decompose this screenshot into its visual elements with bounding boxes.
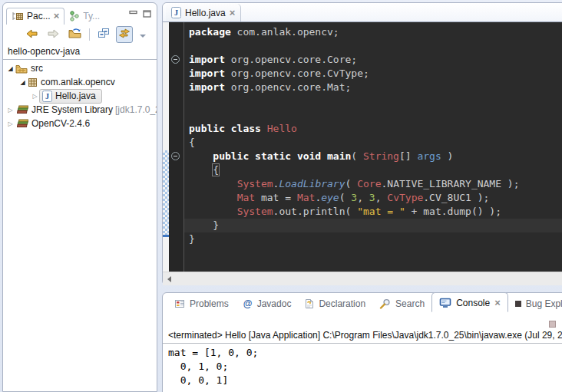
maximize-icon[interactable] [143,7,151,21]
tree-item-label: OpenCV-2.4.6 [31,118,92,129]
tree-item-com-anlak-opencv[interactable]: ◢com.anlak.opencv [3,75,157,89]
horizontal-scrollbar[interactable] [163,272,562,285]
code-token [189,206,237,217]
code-token: + mat.dump() ); [405,206,501,217]
javadoc-icon: @ [243,298,253,308]
fold-minus-icon[interactable] [171,55,180,64]
code-token [189,192,237,203]
code-editor[interactable]: package com.anlak.opencv; import org.ope… [184,22,562,272]
bottom-tab-search[interactable]: Search [372,295,431,312]
code-line: public class Hello [189,122,562,136]
annotation-ruler [163,22,169,272]
forward-button[interactable] [45,26,62,43]
link-with-editor-button[interactable] [116,26,133,43]
tree-item-jre-system-library[interactable]: ▷JRE System Library [jdk1.7.0_25] [3,103,157,117]
tree-item-decoration: [jdk1.7.0_25] [115,104,157,115]
tree-item-hello-java[interactable]: ▷JHello.java [3,89,157,103]
close-icon[interactable]: × [494,299,501,307]
console-icon [439,298,451,308]
code-token: CvType [387,192,423,203]
view-tab-pac[interactable]: Pac...× [6,8,64,25]
tree-item-opencv-2-4-6[interactable]: ▷OpenCV-2.4.6 [3,117,157,130]
collapsed-expander-icon[interactable]: ▷ [31,93,39,100]
svg-text:J: J [45,92,49,100]
view-tab-ty[interactable]: Ty... [64,8,104,25]
code-line: public static void main( String[] args ) [189,150,562,163]
close-icon[interactable]: × [230,9,236,17]
tree-item-src[interactable]: ◢src [3,61,157,75]
tree-item-label: Hello.java [55,91,98,101]
code-token: public static void main [213,150,351,162]
tree-item-project[interactable]: hello-opencv-java [3,44,157,58]
package-explorer-icon [12,11,24,21]
minimize-icon[interactable] [129,7,137,21]
svg-text:@: @ [243,298,252,308]
code-line [189,39,562,53]
code-token: "mat = " [357,206,405,217]
up-folder-icon [68,28,81,41]
bottom-tab-console[interactable]: Console× [431,292,508,312]
code-token: Mat [297,192,315,203]
view-menu-button[interactable] [137,26,149,43]
code-token: com.anlak.opencv; [231,26,339,38]
selected-item-box: JHello.java [39,89,102,104]
scroll-left-button[interactable] [163,272,176,285]
code-token: 3 [369,192,375,203]
code-line: import org.opencv.core.CvType; [189,67,562,81]
method-range-indicator [163,150,169,237]
library-icon [15,119,28,129]
code-line: } [189,232,562,246]
code-token [189,164,213,176]
expanded-expander-icon[interactable]: ◢ [18,79,27,86]
package-explorer-tabbar: Pac...×Ty... [3,3,157,25]
view-tab-label: Pac... [27,11,51,21]
bottom-tab-label: Declaration [319,298,365,309]
bottom-tab-javadoc[interactable]: @Javadoc [236,295,299,312]
editor-area: JHello.java× package com.anlak.opencv; i… [162,2,562,285]
code-token: Core [357,178,381,189]
code-token: { [213,164,219,176]
editor-tab-hello-java[interactable]: JHello.java× [166,4,241,21]
console-toolbar-square-icon[interactable] [549,317,556,331]
bottom-tab-label: Search [395,298,425,309]
code-token: LoadLibrary [279,178,345,189]
code-token: 3 [351,192,357,203]
code-token [189,150,213,162]
code-token [261,123,267,134]
code-token: Hello [267,123,297,134]
bottom-tab-bug-explorer[interactable]: Bug Explorer [508,295,562,312]
back-icon [25,28,38,41]
console-status-line: <terminated> Hello [Java Application] C:… [163,330,562,343]
close-icon[interactable]: × [54,12,60,20]
collapse-all-icon [98,28,110,41]
code-token: import [189,54,225,65]
console-output[interactable]: mat = [1, 0, 0; 0, 1, 0; 0, 0, 1] [163,344,562,387]
console-view: Problems@JavadocDeclarationSearchConsole… [162,292,562,392]
collapsed-expander-icon[interactable]: ▷ [6,107,15,114]
collapse-all-button[interactable] [95,26,112,43]
code-token [189,178,237,189]
expanded-expander-icon[interactable]: ◢ [6,65,15,72]
code-token: ( [351,150,363,162]
bottom-tab-declaration[interactable]: Declaration [298,295,372,312]
code-line: { [189,163,562,177]
view-tab-label: Ty... [83,11,100,21]
back-button[interactable] [23,26,41,43]
library-icon [15,105,28,115]
code-token: import [189,68,225,79]
declaration-icon [305,298,314,309]
code-token: import [189,81,225,93]
up-button[interactable] [66,26,84,43]
console-output-line: 0, 0, 1] [168,374,562,387]
code-token: ( [345,178,358,189]
tree-item-label: JRE System Library [31,104,115,115]
type-hierarchy-icon [69,11,80,21]
fold-minus-icon[interactable] [171,152,180,160]
search-icon [379,298,391,309]
collapsed-expander-icon[interactable]: ▷ [6,120,15,127]
java-file-icon: J [171,7,181,18]
bottom-tab-problems[interactable]: Problems [167,295,236,312]
code-line: import org.opencv.core.Mat; [189,81,562,94]
package-folder-icon [15,64,28,74]
code-line: { [189,136,562,150]
